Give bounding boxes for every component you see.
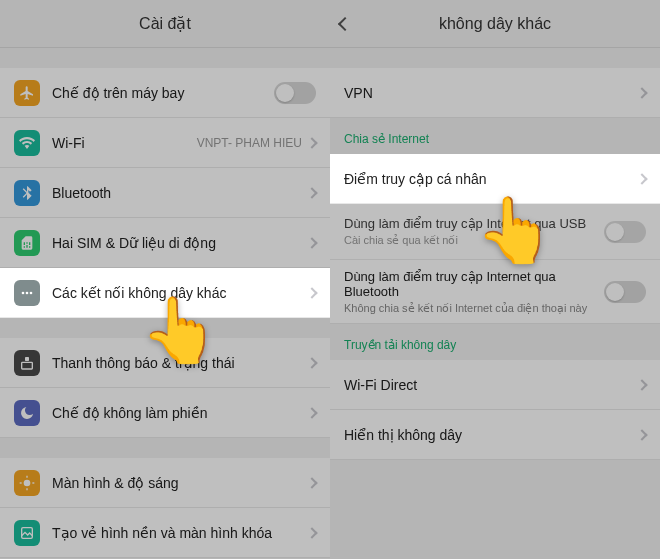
statusbar-icon bbox=[14, 350, 40, 376]
chevron-icon bbox=[306, 527, 317, 538]
wireless-display-label: Hiển thị không dây bbox=[344, 427, 638, 443]
sim-label: Hai SIM & Dữ liệu di động bbox=[52, 235, 308, 251]
row-airplane[interactable]: Chế độ trên máy bay bbox=[0, 68, 330, 118]
chevron-icon bbox=[306, 137, 317, 148]
airplane-toggle[interactable] bbox=[274, 82, 316, 104]
chevron-icon bbox=[306, 407, 317, 418]
chevron-icon bbox=[306, 287, 317, 298]
chevron-left-icon bbox=[338, 16, 352, 30]
wifi-label: Wi-Fi bbox=[52, 135, 197, 151]
wifi-value: VNPT- PHAM HIEU bbox=[197, 136, 302, 150]
back-button[interactable] bbox=[340, 0, 350, 47]
row-hotspot[interactable]: Điểm truy cập cá nhân bbox=[330, 154, 660, 204]
usb-tether-label: Dùng làm điểm truy cập Internet qua USB bbox=[344, 216, 604, 231]
chevron-icon bbox=[636, 379, 647, 390]
bluetooth-label: Bluetooth bbox=[52, 185, 308, 201]
display-icon bbox=[14, 470, 40, 496]
row-wifi-direct[interactable]: Wi-Fi Direct bbox=[330, 360, 660, 410]
wallpaper-icon bbox=[14, 520, 40, 546]
row-vpn[interactable]: VPN bbox=[330, 68, 660, 118]
svg-point-2 bbox=[30, 291, 33, 294]
dnd-icon bbox=[14, 400, 40, 426]
bluetooth-icon bbox=[14, 180, 40, 206]
chevron-icon bbox=[306, 357, 317, 368]
more-label: Các kết nối không dây khác bbox=[52, 285, 308, 301]
wallpaper-label: Tạo vẻ hình nền và màn hình khóa bbox=[52, 525, 308, 541]
statusbar-label: Thanh thông báo & trạng thái bbox=[52, 355, 308, 371]
bt-tether-toggle[interactable] bbox=[604, 281, 646, 303]
bt-tether-sub: Không chia sẻ kết nối Internet của điện … bbox=[344, 302, 604, 315]
svg-rect-10 bbox=[22, 527, 33, 538]
left-header: Cài đặt bbox=[0, 0, 330, 48]
section-internet-sharing: Chia sẻ Internet bbox=[330, 118, 660, 154]
svg-point-0 bbox=[22, 291, 25, 294]
row-more-wireless[interactable]: Các kết nối không dây khác bbox=[0, 268, 330, 318]
row-wireless-display[interactable]: Hiển thị không dây bbox=[330, 410, 660, 460]
row-usb-tether[interactable]: Dùng làm điểm truy cập Internet qua USB … bbox=[330, 204, 660, 260]
row-statusbar[interactable]: Thanh thông báo & trạng thái bbox=[0, 338, 330, 388]
chevron-icon bbox=[636, 173, 647, 184]
display-label: Màn hình & độ sáng bbox=[52, 475, 308, 491]
vpn-label: VPN bbox=[344, 85, 638, 101]
hotspot-label: Điểm truy cập cá nhân bbox=[344, 171, 638, 187]
display-group: Màn hình & độ sáng Tạo vẻ hình nền và mà… bbox=[0, 458, 330, 558]
chevron-icon bbox=[306, 187, 317, 198]
svg-rect-4 bbox=[22, 362, 33, 369]
airplane-label: Chế độ trên máy bay bbox=[52, 85, 274, 101]
chevron-icon bbox=[306, 237, 317, 248]
right-title: không dây khác bbox=[439, 15, 551, 33]
sim-icon bbox=[14, 230, 40, 256]
row-bt-tether[interactable]: Dùng làm điểm truy cập Internet qua Blue… bbox=[330, 260, 660, 324]
more-icon bbox=[14, 280, 40, 306]
chevron-icon bbox=[636, 429, 647, 440]
row-sim[interactable]: Hai SIM & Dữ liệu di động bbox=[0, 218, 330, 268]
chevron-icon bbox=[636, 87, 647, 98]
section-wireless-transmit: Truyền tải không dây bbox=[330, 324, 660, 360]
row-bluetooth[interactable]: Bluetooth bbox=[0, 168, 330, 218]
connectivity-group: Chế độ trên máy bay Wi-Fi VNPT- PHAM HIE… bbox=[0, 68, 330, 318]
usb-tether-toggle[interactable] bbox=[604, 221, 646, 243]
svg-rect-3 bbox=[25, 357, 29, 361]
svg-point-1 bbox=[26, 291, 29, 294]
dnd-label: Chế độ không làm phiền bbox=[52, 405, 308, 421]
row-wallpaper[interactable]: Tạo vẻ hình nền và màn hình khóa bbox=[0, 508, 330, 558]
left-title: Cài đặt bbox=[139, 14, 191, 33]
wifi-direct-label: Wi-Fi Direct bbox=[344, 377, 638, 393]
row-wifi[interactable]: Wi-Fi VNPT- PHAM HIEU bbox=[0, 118, 330, 168]
right-header: không dây khác bbox=[330, 0, 660, 48]
notification-group: Thanh thông báo & trạng thái Chế độ khôn… bbox=[0, 338, 330, 438]
usb-tether-sub: Cài chia sẻ qua kết nối bbox=[344, 234, 604, 247]
right-pane: không dây khác VPN Chia sẻ Internet Điểm… bbox=[330, 0, 660, 559]
airplane-icon bbox=[14, 80, 40, 106]
bt-tether-label: Dùng làm điểm truy cập Internet qua Blue… bbox=[344, 269, 604, 299]
left-pane: Cài đặt Chế độ trên máy bay Wi-Fi VNPT- … bbox=[0, 0, 330, 559]
row-display[interactable]: Màn hình & độ sáng bbox=[0, 458, 330, 508]
svg-point-5 bbox=[24, 479, 31, 486]
row-dnd[interactable]: Chế độ không làm phiền bbox=[0, 388, 330, 438]
chevron-icon bbox=[306, 477, 317, 488]
settings-screenshot-pair: Cài đặt Chế độ trên máy bay Wi-Fi VNPT- … bbox=[0, 0, 660, 559]
wifi-icon bbox=[14, 130, 40, 156]
